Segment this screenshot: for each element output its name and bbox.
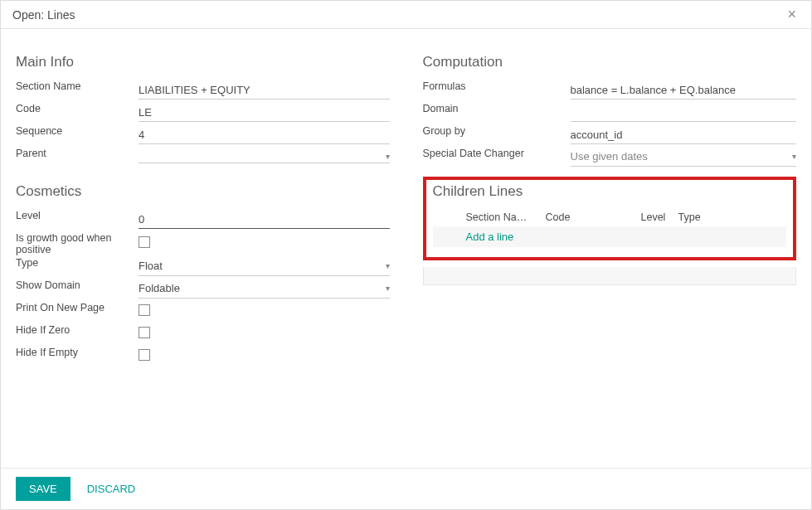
formulas-label: Formulas bbox=[423, 79, 571, 92]
type-value: Float bbox=[139, 258, 386, 274]
close-button[interactable]: × bbox=[784, 6, 800, 23]
save-button[interactable]: SAVE bbox=[16, 477, 71, 501]
print-new-page-checkbox[interactable] bbox=[139, 304, 150, 316]
col-type[interactable]: Type bbox=[678, 211, 784, 223]
caret-down-icon: ▾ bbox=[386, 261, 390, 270]
parent-label: Parent bbox=[16, 146, 139, 159]
hide-if-zero-label: Hide If Zero bbox=[16, 323, 139, 336]
discard-button[interactable]: DISCARD bbox=[80, 477, 143, 501]
code-input[interactable] bbox=[139, 104, 390, 122]
section-name-input[interactable] bbox=[139, 81, 390, 100]
modal-footer: SAVE DISCARD bbox=[1, 468, 811, 509]
left-column: Main Info Section Name Code Sequence bbox=[16, 39, 390, 367]
bottom-stripe bbox=[423, 267, 797, 285]
hide-if-zero-checkbox[interactable] bbox=[139, 327, 150, 338]
close-icon: × bbox=[787, 6, 796, 22]
modal-title: Open: Lines bbox=[12, 8, 75, 22]
modal-header: Open: Lines × bbox=[1, 1, 811, 29]
add-line-link[interactable]: Add a line bbox=[466, 231, 514, 243]
group-by-input[interactable] bbox=[571, 126, 797, 144]
code-label: Code bbox=[16, 101, 139, 114]
sequence-label: Sequence bbox=[16, 124, 139, 137]
show-domain-value: Foldable bbox=[139, 280, 386, 296]
children-lines-table: Section Na… Code Level Type Add a line bbox=[433, 208, 787, 247]
growth-checkbox[interactable] bbox=[139, 236, 150, 248]
date-changer-select[interactable]: Use given dates ▾ bbox=[571, 148, 797, 167]
hide-if-empty-checkbox[interactable] bbox=[139, 349, 150, 361]
growth-label: Is growth good when positive bbox=[16, 231, 139, 255]
group-by-label: Group by bbox=[423, 124, 571, 137]
modal-body: Main Info Section Name Code Sequence bbox=[1, 29, 811, 468]
parent-select[interactable]: ▾ bbox=[139, 152, 390, 163]
sequence-input[interactable] bbox=[139, 126, 390, 144]
level-label: Level bbox=[16, 208, 139, 221]
show-domain-select[interactable]: Foldable ▾ bbox=[139, 280, 390, 299]
col-section-name[interactable]: Section Na… bbox=[466, 211, 546, 223]
caret-down-icon: ▾ bbox=[386, 284, 390, 293]
cosmetics-heading: Cosmetics bbox=[16, 183, 390, 200]
add-line-row: Add a line bbox=[433, 226, 787, 247]
type-select[interactable]: Float ▾ bbox=[139, 258, 390, 276]
caret-down-icon: ▾ bbox=[792, 152, 796, 161]
caret-down-icon: ▾ bbox=[386, 152, 390, 161]
date-changer-label: Special Date Changer bbox=[423, 146, 571, 159]
main-info-heading: Main Info bbox=[16, 54, 390, 70]
children-lines-heading: Children Lines bbox=[433, 183, 787, 200]
table-header-row: Section Na… Code Level Type bbox=[433, 208, 787, 226]
computation-heading: Computation bbox=[423, 54, 797, 70]
date-changer-value: Use given dates bbox=[571, 148, 793, 164]
modal-dialog: Open: Lines × Main Info Section Name Cod… bbox=[0, 0, 812, 510]
parent-value bbox=[139, 154, 386, 158]
show-domain-label: Show Domain bbox=[16, 278, 139, 291]
type-label: Type bbox=[16, 255, 139, 269]
hide-if-empty-label: Hide If Empty bbox=[16, 345, 139, 358]
col-level[interactable]: Level bbox=[641, 211, 678, 223]
domain-input[interactable] bbox=[571, 104, 797, 122]
right-column: Computation Formulas Domain Group by bbox=[423, 39, 797, 367]
formulas-input[interactable] bbox=[571, 81, 797, 100]
children-lines-highlight: Children Lines Section Na… Code Level Ty… bbox=[423, 177, 797, 260]
col-code[interactable]: Code bbox=[546, 211, 641, 223]
section-name-label: Section Name bbox=[16, 79, 139, 92]
print-new-page-label: Print On New Page bbox=[16, 300, 139, 313]
level-input[interactable] bbox=[139, 211, 390, 229]
domain-label: Domain bbox=[423, 101, 571, 114]
